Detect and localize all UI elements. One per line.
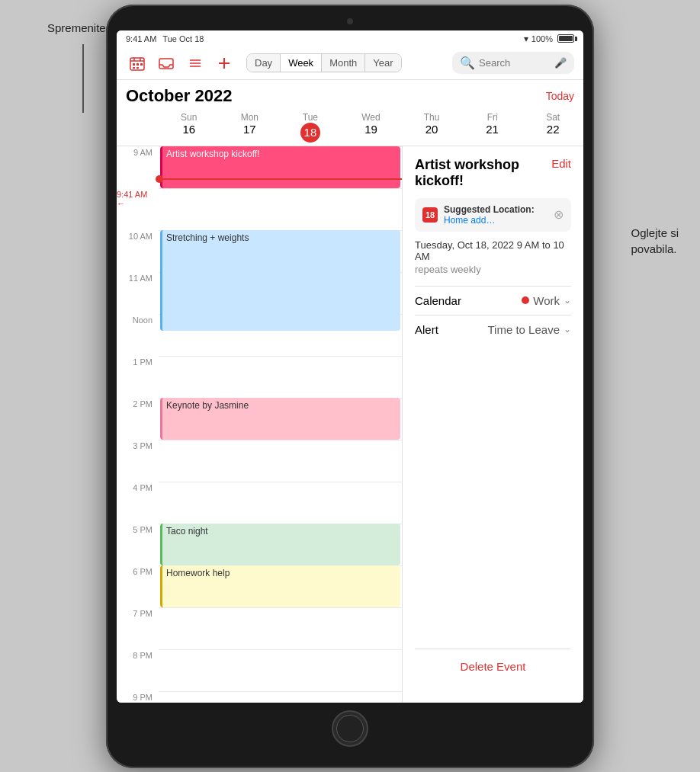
time-9pm: 9 PM: [117, 691, 159, 703]
list-icon[interactable]: [184, 52, 207, 75]
svg-rect-5: [136, 63, 139, 66]
search-bar[interactable]: 🔍 🎤: [452, 52, 574, 74]
status-right: ▾ 100%: [524, 34, 574, 44]
time-3pm: 3 PM: [117, 440, 159, 482]
mic-icon[interactable]: 🎤: [554, 57, 567, 69]
day-num-5: 21: [464, 123, 522, 136]
event-alert-field: Alert Time to Leave ⌄: [415, 315, 571, 344]
view-month-button[interactable]: Month: [322, 54, 365, 72]
calendar-week-view[interactable]: 9 AM 9:41 AM ← 10 AM 11 AM Noon 1 PM 2 P…: [117, 146, 403, 703]
toolbar-left: [126, 52, 236, 75]
time-9am: 9 AM: [117, 146, 159, 188]
callout-right-text: Oglejte si povabila.: [631, 225, 679, 257]
ipad-camera: [347, 18, 353, 24]
event-repeat: repeats weekly: [415, 264, 571, 275]
time-labels: 9 AM 9:41 AM ← 10 AM 11 AM Noon 1 PM 2 P…: [117, 146, 159, 703]
event-detail-title: Artist workshop kickoff!: [415, 157, 551, 189]
time-1pm: 1 PM: [117, 356, 159, 398]
view-day-button[interactable]: Day: [247, 54, 281, 72]
add-event-icon[interactable]: [213, 52, 236, 75]
status-time: 9:41 AM: [126, 34, 156, 43]
time-6pm: 6 PM: [117, 565, 159, 607]
event-detail-panel: Artist workshop kickoff! Edit 18 Suggest…: [403, 146, 583, 703]
day-num-4: 20: [403, 123, 461, 136]
location-home: Home: [444, 215, 468, 226]
ipad-screen: 9:41 AM Tue Oct 18 ▾ 100%: [117, 30, 583, 703]
location-close-button[interactable]: ⊗: [554, 207, 564, 222]
day-short-0: Sun: [181, 112, 197, 123]
time-noon: Noon: [117, 314, 159, 356]
battery-pct: 100%: [531, 34, 553, 43]
calendar-chevron-icon: ⌄: [564, 295, 571, 306]
alert-field-value[interactable]: Time to Leave ⌄: [488, 323, 572, 336]
event-workshop[interactable]: Artist workshop kickoff!: [160, 146, 400, 188]
view-year-button[interactable]: Year: [365, 54, 400, 72]
day-header-thu: Thu 20: [401, 109, 462, 146]
edit-button[interactable]: Edit: [551, 157, 571, 170]
time-7pm: 7 PM: [117, 607, 159, 649]
day-num-3: 19: [342, 123, 400, 136]
svg-rect-8: [140, 63, 143, 66]
calendar-value: Work: [533, 294, 560, 307]
view-week-button[interactable]: Week: [281, 54, 322, 72]
alert-field-label: Alert: [415, 323, 438, 336]
event-keynote[interactable]: Keynote by Jasmine: [160, 398, 400, 440]
time-grid: 9 AM 9:41 AM ← 10 AM 11 AM Noon 1 PM 2 P…: [117, 146, 402, 703]
calendar-field-value[interactable]: Work ⌄: [522, 294, 571, 307]
day-headers: Sun 16 Mon 17 Tue 18 Wed 19 Thu 20: [117, 109, 583, 146]
time-slots: Artist workshop kickoff! Stretching + we…: [159, 146, 402, 703]
day-num-0: 16: [160, 123, 218, 136]
delete-event-button[interactable]: Delete Event: [415, 649, 571, 684]
day-short-3: Wed: [361, 112, 380, 123]
month-title: October 2022: [126, 86, 232, 106]
day-header-tue[interactable]: Tue 18: [280, 109, 341, 146]
toolbar: Day Week Month Year 🔍 🎤: [117, 47, 583, 80]
suggested-location-label: Suggested Location:: [444, 204, 535, 215]
today-button[interactable]: Today: [546, 90, 574, 102]
event-datetime: Tuesday, Oct 18, 2022 9 AM to 10 AM: [415, 239, 571, 262]
event-calendar-field: Calendar Work ⌄: [415, 286, 571, 315]
event-homework[interactable]: Homework help: [160, 565, 400, 607]
event-stretch[interactable]: Stretching + weights: [160, 230, 400, 331]
search-icon: 🔍: [460, 56, 475, 70]
suggested-location: 18 Suggested Location: Home add… ⊗: [415, 198, 571, 232]
day-num-6: 22: [524, 123, 582, 136]
status-date: Tue Oct 18: [162, 34, 204, 43]
day-short-4: Thu: [424, 112, 440, 123]
time-2pm: 2 PM: [117, 398, 159, 440]
svg-rect-6: [133, 67, 135, 69]
day-short-1: Mon: [241, 112, 258, 123]
battery-icon: [557, 34, 574, 43]
day-header-sat: Sat 22: [522, 109, 583, 146]
day-header-sun: Sun 16: [159, 109, 220, 146]
calendar-grid-icon[interactable]: [126, 52, 149, 75]
day-num-1: 17: [221, 123, 279, 136]
current-time-line: [159, 178, 402, 180]
home-button[interactable]: [332, 710, 368, 747]
status-bar: 9:41 AM Tue Oct 18 ▾ 100%: [117, 30, 583, 47]
wifi-icon: ▾: [524, 34, 528, 44]
day-short-5: Fri: [487, 112, 498, 123]
search-input[interactable]: [479, 57, 551, 69]
event-taco[interactable]: Taco night: [160, 524, 400, 565]
svg-rect-4: [133, 63, 135, 66]
ipad-frame: 9:41 AM Tue Oct 18 ▾ 100%: [106, 5, 594, 768]
calendar-body: 9 AM 9:41 AM ← 10 AM 11 AM Noon 1 PM 2 P…: [117, 146, 583, 703]
location-add-link[interactable]: add…: [470, 215, 495, 226]
day-num-2-today: 18: [300, 123, 320, 143]
day-header-fri: Fri 21: [462, 109, 523, 146]
inbox-icon[interactable]: [155, 52, 178, 75]
day-header-mon: Mon 17: [220, 109, 281, 146]
location-text: Suggested Location: Home add…: [444, 204, 547, 226]
month-header: October 2022 Today: [117, 80, 583, 109]
view-switcher: Day Week Month Year: [246, 53, 402, 72]
day-header-wed: Wed 19: [341, 109, 402, 146]
location-num-badge: 18: [422, 207, 438, 223]
time-4pm: 4 PM: [117, 482, 159, 524]
time-5pm: 5 PM: [117, 524, 159, 565]
time-8pm: 8 PM: [117, 649, 159, 691]
event-detail-header: Artist workshop kickoff! Edit: [415, 157, 571, 189]
alert-value: Time to Leave: [488, 323, 560, 336]
day-short-6: Sat: [546, 112, 560, 123]
home-button-inner: [336, 715, 364, 742]
